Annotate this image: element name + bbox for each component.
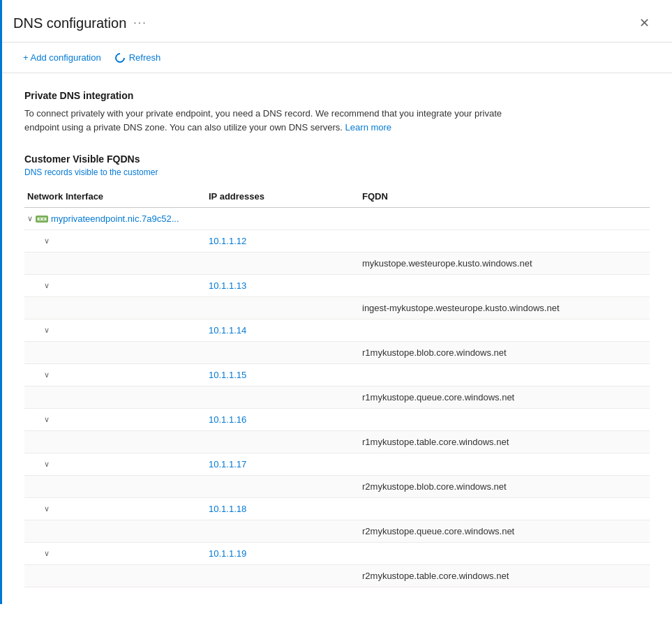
table-row: r2mykustope.blob.core.windows.net xyxy=(24,476,650,498)
nic-cell: ∨ myprivateendpoint.nic.7a9c52... xyxy=(27,213,209,224)
ip-row-nic-cell: ∨ xyxy=(27,415,209,424)
fqdn-value-cell: r2mykustope.blob.core.windows.net xyxy=(362,481,647,492)
ip-address-cell: 10.1.1.16 xyxy=(209,414,362,425)
table-row: r1mykustope.table.core.windows.net xyxy=(24,431,650,453)
nic-name-link[interactable]: myprivateendpoint.nic.7a9c52... xyxy=(51,213,179,224)
nic-chevron-icon[interactable]: ∨ xyxy=(27,214,33,223)
fqdn-value: mykustope.westeurope.kusto.windows.net xyxy=(362,258,532,269)
ip-row-nic-cell: ∨ xyxy=(27,326,209,335)
private-dns-title: Private DNS integration xyxy=(24,90,650,101)
fqdn-value: r2mykustope.blob.core.windows.net xyxy=(362,481,507,492)
fqdn-value-cell: r1mykustope.table.core.windows.net xyxy=(362,437,647,447)
ip-address-value: 10.1.1.12 xyxy=(209,236,246,246)
ip-address-cell: 10.1.1.18 xyxy=(209,504,362,514)
ip-address-value: 10.1.1.13 xyxy=(209,280,246,291)
table-row: ∨ 10.1.1.12 xyxy=(24,230,650,253)
row-chevron-icon[interactable]: ∨ xyxy=(44,326,50,335)
svg-point-4 xyxy=(45,218,46,219)
ip-address-cell: 10.1.1.15 xyxy=(209,370,362,380)
fqdn-value: r1mykustope.table.core.windows.net xyxy=(362,437,509,447)
col-network-interface: Network Interface xyxy=(27,191,209,202)
ip-row-nic-cell: ∨ xyxy=(27,236,209,246)
fqdn-value-cell: r1mykustope.blob.core.windows.net xyxy=(362,347,647,358)
fqdn-value: ingest-mykustope.westeurope.kusto.window… xyxy=(362,303,560,313)
col-fqdn: FQDN xyxy=(362,191,647,202)
svg-point-2 xyxy=(38,218,39,219)
ip-address-value: 10.1.1.16 xyxy=(209,414,246,425)
table-row: ∨ 10.1.1.14 xyxy=(24,319,650,342)
row-chevron-icon[interactable]: ∨ xyxy=(44,281,50,290)
ip-address-value: 10.1.1.14 xyxy=(209,325,246,336)
fqdn-value-cell: mykustope.westeurope.kusto.windows.net xyxy=(362,258,647,269)
table-row: ∨ 10.1.1.16 xyxy=(24,409,650,431)
panel-header: DNS configuration ··· ✕ xyxy=(2,0,672,43)
table-row: r1mykustope.queue.core.windows.net xyxy=(24,386,650,409)
ip-address-value: 10.1.1.18 xyxy=(209,504,246,514)
table-row: ∨ 10.1.1.19 xyxy=(24,543,650,565)
ip-address-cell: 10.1.1.13 xyxy=(209,280,362,291)
fqdn-value: r2mykustope.queue.core.windows.net xyxy=(362,526,514,536)
private-dns-description: To connect privately with your private e… xyxy=(24,107,513,134)
content-area: Private DNS integration To connect priva… xyxy=(2,73,672,604)
svg-point-3 xyxy=(41,218,43,219)
fqdn-section: Customer Visible FQDNs DNS records visib… xyxy=(24,153,650,587)
table-row: r1mykustope.blob.core.windows.net xyxy=(24,342,650,364)
toolbar: + Add configuration Refresh xyxy=(2,43,672,73)
add-configuration-button[interactable]: + Add configuration xyxy=(19,50,101,66)
ip-address-cell: 10.1.1.12 xyxy=(209,236,362,246)
table-row: ∨ 10.1.1.15 xyxy=(24,364,650,386)
fqdn-value-cell: ingest-mykustope.westeurope.kusto.window… xyxy=(362,303,647,313)
fqdn-section-title: Customer Visible FQDNs xyxy=(24,153,650,165)
description-text: To connect privately with your private e… xyxy=(24,108,502,133)
fqdn-value: r1mykustope.queue.core.windows.net xyxy=(362,392,514,402)
data-rows-container: ∨ 10.1.1.12 mykustope.westeurope.kusto.w… xyxy=(24,230,650,587)
table-row: ∨ 10.1.1.17 xyxy=(24,453,650,476)
ip-row-nic-cell: ∨ xyxy=(27,370,209,379)
table-row: ∨ 10.1.1.13 xyxy=(24,275,650,297)
table-row: mykustope.westeurope.kusto.windows.net xyxy=(24,253,650,275)
more-options-icon[interactable]: ··· xyxy=(133,17,147,29)
row-chevron-icon[interactable]: ∨ xyxy=(44,370,50,379)
table-row: ∨ 10.1.1.18 xyxy=(24,498,650,520)
dns-configuration-panel: DNS configuration ··· ✕ + Add configurat… xyxy=(0,0,672,604)
table-row: ingest-mykustope.westeurope.kusto.window… xyxy=(24,297,650,319)
fqdn-value: r1mykustope.blob.core.windows.net xyxy=(362,347,507,358)
refresh-label: Refresh xyxy=(129,52,161,63)
row-chevron-icon[interactable]: ∨ xyxy=(44,460,50,469)
ip-row-nic-cell: ∨ xyxy=(27,504,209,513)
fqdn-value-cell: r1mykustope.queue.core.windows.net xyxy=(362,392,647,402)
table-row: r2mykustope.table.core.windows.net xyxy=(24,565,650,587)
refresh-button[interactable]: Refresh xyxy=(115,50,161,66)
table-row: r2mykustope.queue.core.windows.net xyxy=(24,520,650,543)
learn-more-link[interactable]: Learn more xyxy=(345,122,391,133)
ip-address-value: 10.1.1.17 xyxy=(209,459,246,469)
close-button[interactable]: ✕ xyxy=(634,13,655,33)
col-ip-addresses: IP addresses xyxy=(209,191,362,202)
row-chevron-icon[interactable]: ∨ xyxy=(44,549,50,558)
ip-address-cell: 10.1.1.17 xyxy=(209,459,362,469)
private-dns-section: Private DNS integration To connect priva… xyxy=(24,90,650,134)
fqdn-value-cell: r2mykustope.queue.core.windows.net xyxy=(362,526,647,536)
fqdn-table: Network Interface IP addresses FQDN ∨ xyxy=(24,186,650,587)
nic-icon xyxy=(36,214,48,224)
refresh-icon xyxy=(113,51,127,65)
ip-address-value: 10.1.1.15 xyxy=(209,370,246,380)
title-area: DNS configuration ··· xyxy=(13,15,147,31)
row-chevron-icon[interactable]: ∨ xyxy=(44,415,50,424)
fqdn-value-cell: r2mykustope.table.core.windows.net xyxy=(362,571,647,581)
add-configuration-label: + Add configuration xyxy=(23,52,101,63)
ip-address-cell: 10.1.1.19 xyxy=(209,548,362,559)
nic-parent-row: ∨ myprivateendpoint.nic.7a9c52... xyxy=(24,208,650,230)
panel-title: DNS configuration xyxy=(13,15,126,31)
table-header: Network Interface IP addresses FQDN xyxy=(24,186,650,208)
ip-address-value: 10.1.1.19 xyxy=(209,548,246,559)
row-chevron-icon[interactable]: ∨ xyxy=(44,504,50,513)
ip-row-nic-cell: ∨ xyxy=(27,281,209,290)
ip-row-nic-cell: ∨ xyxy=(27,460,209,469)
fqdn-value: r2mykustope.table.core.windows.net xyxy=(362,571,509,581)
row-chevron-icon[interactable]: ∨ xyxy=(44,236,50,246)
fqdn-subtitle: DNS records visible to the customer xyxy=(24,167,650,177)
ip-address-cell: 10.1.1.14 xyxy=(209,325,362,336)
ip-row-nic-cell: ∨ xyxy=(27,549,209,558)
